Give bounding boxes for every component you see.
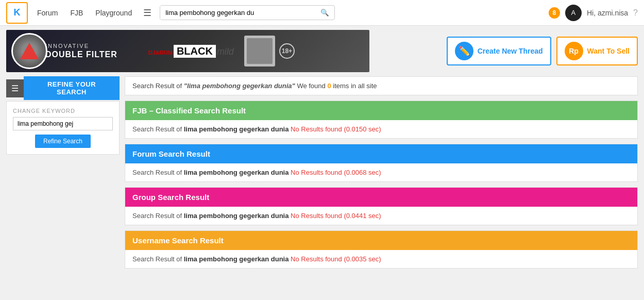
banner-black: BLACK: [174, 45, 216, 58]
want-sell-icon: Rp: [565, 42, 583, 60]
help-icon[interactable]: ?: [633, 8, 638, 18]
change-keyword-label: CHANGE KEYWORD: [13, 108, 113, 114]
result-section-forum: Forum Search Result Search Result of lim…: [125, 144, 638, 182]
banner-image: INNOVATIVE DOUBLE FILTER DJARUM BLACK mi…: [6, 30, 369, 72]
result-header-fjb: FJB – Classified Search Result: [125, 101, 637, 120]
left-panel-header: ☰ REFINE YOUR SEARCH: [6, 76, 120, 100]
result-time-forum: (0.0068 sec): [344, 169, 381, 176]
result-time-group: (0.0441 sec): [344, 212, 381, 220]
summary-prefix: Search Result of: [132, 82, 184, 90]
result-keyword-group: lima pembohong gegerkan dunia: [184, 212, 289, 220]
main-wrapper: INNOVATIVE DOUBLE FILTER DJARUM BLACK mi…: [0, 26, 644, 280]
summary-middle: We found: [297, 82, 327, 90]
banner-double: DOUBLE FILTER: [45, 49, 117, 59]
left-panel: ☰ REFINE YOUR SEARCH CHANGE KEYWORD Refi…: [6, 76, 120, 274]
create-thread-icon: ✏️: [455, 42, 473, 60]
results-container: FJB – Classified Search Result Search Re…: [125, 101, 638, 269]
change-keyword-box: CHANGE KEYWORD Refine Search: [6, 101, 120, 155]
nav-fjb[interactable]: FJB: [67, 9, 86, 17]
right-content: Search Result of "lima pembohong gegerka…: [120, 76, 638, 274]
refine-your-search-button[interactable]: REFINE YOUR SEARCH: [24, 76, 120, 100]
hamburger-icon[interactable]: ☰: [141, 7, 154, 19]
banner-triangle: [20, 43, 39, 59]
sidebar-hamburger[interactable]: ☰: [6, 79, 24, 97]
search-icon: 🔍: [320, 9, 329, 16]
banner-area: INNOVATIVE DOUBLE FILTER DJARUM BLACK mi…: [0, 26, 644, 76]
result-keyword-forum: lima pembohong gegerkan dunia: [184, 169, 289, 176]
result-prefix-forum: Search Result of: [132, 169, 184, 176]
result-keyword-username: lima pembohong gegerkan dunia: [184, 255, 289, 263]
result-time-username: (0.0035 sec): [344, 255, 381, 263]
result-body-forum: Search Result of lima pembohong gegerkan…: [125, 163, 637, 181]
result-section-group: Group Search Result Search Result of lim…: [125, 187, 638, 225]
result-header-group: Group Search Result: [125, 188, 637, 207]
nav-playground[interactable]: Playground: [92, 9, 135, 17]
banner-innovative: INNOVATIVE: [45, 43, 117, 49]
result-header-username: Username Search Result: [125, 231, 637, 250]
action-buttons: ✏️ Create New Thread Rp Want To Sell: [447, 37, 638, 65]
search-summary: Search Result of "lima pembohong gegerka…: [125, 76, 638, 95]
navbar-right: 8 A Hi, azmi.nisa ?: [549, 5, 638, 21]
banner-mild: mild: [217, 46, 234, 57]
change-keyword-input[interactable]: [13, 117, 113, 130]
search-section: ☰ REFINE YOUR SEARCH CHANGE KEYWORD Refi…: [0, 76, 644, 280]
result-prefix-group: Search Result of: [132, 212, 184, 220]
banner-circle: [11, 33, 47, 69]
search-bar: 🔍: [160, 5, 335, 20]
result-body-username: Search Result of lima pembohong gegerkan…: [125, 250, 637, 268]
navbar: K Forum FJB Playground ☰ 🔍 8 A Hi, azmi.…: [0, 0, 644, 26]
logo[interactable]: K: [6, 2, 28, 24]
search-input[interactable]: [160, 6, 315, 20]
result-prefix-fjb: Search Result of: [132, 125, 184, 133]
search-button[interactable]: 🔍: [315, 6, 334, 20]
result-section-username: Username Search Result Search Result of …: [125, 230, 638, 269]
avatar: A: [565, 5, 582, 21]
result-header-forum: Forum Search Result: [125, 144, 637, 163]
result-keyword-fjb: lima pembohong gegerkan dunia: [184, 125, 289, 133]
banner-age: 18+: [279, 43, 295, 59]
result-no-results-username: No Results found: [291, 255, 344, 263]
result-prefix-username: Search Result of: [132, 255, 184, 263]
create-thread-button[interactable]: ✏️ Create New Thread: [447, 37, 551, 65]
summary-count: 0: [327, 82, 331, 90]
summary-keyword: "lima pembohong gegerkan dunia": [184, 82, 295, 90]
summary-suffix: items in all site: [333, 82, 377, 90]
refine-search-btn[interactable]: Refine Search: [35, 135, 91, 148]
result-body-group: Search Result of lima pembohong gegerkan…: [125, 207, 637, 225]
notification-badge[interactable]: 8: [549, 7, 560, 19]
want-to-sell-button[interactable]: Rp Want To Sell: [556, 37, 638, 65]
result-no-results-fjb: No Results found: [291, 125, 344, 133]
result-section-fjb: FJB – Classified Search Result Search Re…: [125, 101, 638, 139]
nav-forum[interactable]: Forum: [34, 9, 61, 17]
result-time-fjb: (0.0150 sec): [344, 125, 381, 133]
greeting-text: Hi, azmi.nisa: [587, 9, 628, 17]
result-no-results-forum: No Results found: [291, 169, 344, 176]
result-no-results-group: No Results found: [291, 212, 344, 220]
banner-djarum: DJARUM: [148, 49, 173, 56]
result-body-fjb: Search Result of lima pembohong gegerkan…: [125, 120, 637, 138]
